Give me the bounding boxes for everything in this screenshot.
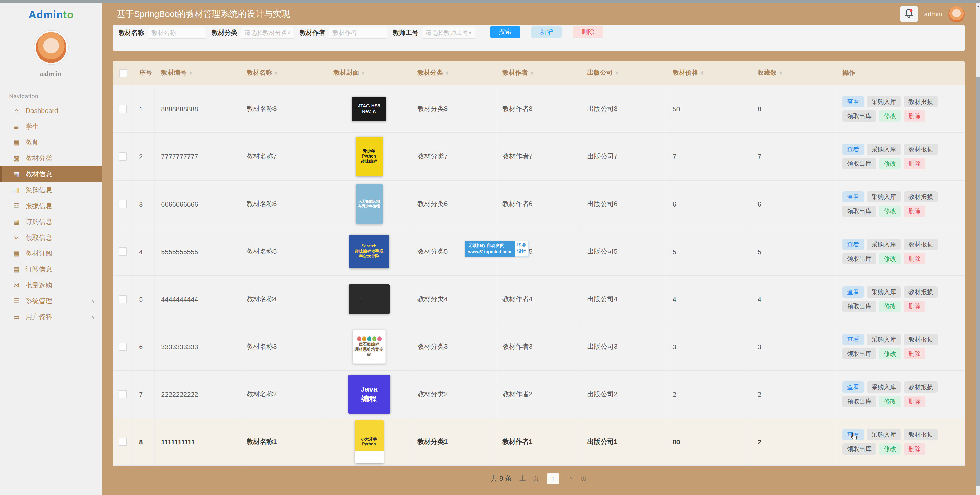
sidebar-item-textbook-subscription[interactable]: ▦ 教材订阅 [0, 245, 102, 261]
sidebar-item-purchase-info[interactable]: ▦ 采购信息 [0, 182, 102, 198]
delete-button[interactable]: 删除 [904, 110, 925, 122]
sidebar-item-bulk-purchase[interactable]: ⋈ 批量选购 [0, 277, 102, 293]
purchase-inbound-button[interactable]: 采购入库 [867, 144, 901, 155]
pickup-outbound-button[interactable]: 领取出库 [842, 205, 876, 217]
sidebar-item-dashboard[interactable]: ⌂ Dashboard [0, 103, 102, 119]
edit-button[interactable]: 修改 [879, 110, 901, 122]
sidebar-item-order-info[interactable]: ▦ 订购信息 [0, 214, 102, 229]
delete-selected-button[interactable]: 删除 [573, 26, 603, 38]
sidebar-item-subscription-info[interactable]: ▤ 订阅信息 [0, 261, 102, 277]
edit-button[interactable]: 修改 [879, 253, 901, 264]
search-button[interactable]: 搜索 [490, 26, 520, 38]
view-button[interactable]: 查看 [842, 286, 864, 298]
sort-icon[interactable]: ▲▼ [362, 70, 365, 75]
column-header[interactable]: 序号 [133, 61, 155, 85]
pagination-page-1[interactable]: 1 [547, 473, 559, 484]
edit-button[interactable]: 修改 [879, 158, 901, 169]
damage-report-button[interactable]: 教材报损 [904, 382, 937, 393]
sort-icon[interactable]: ▲▼ [779, 70, 782, 75]
damage-report-button[interactable]: 教材报损 [904, 96, 937, 107]
edit-button[interactable]: 修改 [879, 396, 901, 407]
row-checkbox[interactable] [119, 153, 127, 161]
view-button[interactable]: 查看 [842, 191, 864, 202]
view-button[interactable]: 查看 [842, 382, 864, 393]
column-header[interactable]: 操作 [836, 61, 965, 85]
notification-bell-button[interactable] [900, 6, 918, 22]
sort-icon[interactable]: ▲▼ [189, 70, 192, 75]
page-scrollbar[interactable]: ▲ [976, 3, 980, 495]
pickup-outbound-button[interactable]: 领取出库 [842, 348, 876, 360]
delete-button[interactable]: 删除 [904, 348, 925, 360]
search-select[interactable]: 请选择教材分类 ∨ [241, 27, 294, 39]
purchase-inbound-button[interactable]: 采购入库 [867, 334, 901, 345]
scrollbar-up-arrow[interactable]: ▲ [977, 5, 980, 8]
pagination-prev[interactable]: 上一页 [519, 474, 539, 483]
column-header[interactable]: 教材名称 ▲▼ [240, 61, 327, 85]
purchase-inbound-button[interactable]: 采购入库 [867, 191, 901, 202]
sidebar-item-students[interactable]: ≣ 学生 [0, 119, 102, 134]
pickup-outbound-button[interactable]: 领取出库 [842, 253, 876, 264]
delete-button[interactable]: 删除 [904, 158, 925, 169]
sort-icon[interactable]: ▲▼ [445, 70, 449, 75]
sidebar-item-teachers[interactable]: ▦ 教师 [0, 134, 102, 150]
sidebar-item-textbook-info[interactable]: ▦ 教材信息 [0, 166, 102, 182]
damage-report-button[interactable]: 教材报损 [904, 144, 937, 155]
watermark-url[interactable]: www.51topmind.com [468, 249, 511, 255]
delete-button[interactable]: 删除 [904, 443, 925, 455]
row-checkbox[interactable] [119, 200, 127, 208]
column-header[interactable]: 教材价格 ▲▼ [667, 61, 751, 85]
damage-report-button[interactable]: 教材报损 [904, 286, 937, 298]
pickup-outbound-button[interactable]: 领取出库 [842, 396, 876, 407]
sidebar-item-textbook-category[interactable]: ▩ 教材分类 [0, 150, 102, 166]
view-button[interactable]: 查看 [842, 96, 864, 107]
damage-report-button[interactable]: 教材报损 [904, 239, 937, 250]
view-button[interactable]: 查看 [842, 239, 864, 250]
purchase-inbound-button[interactable]: 采购入库 [867, 382, 901, 393]
column-header[interactable]: 教材分类 ▲▼ [411, 61, 496, 85]
sidebar-item-system-management[interactable]: ☰ 系统管理 ∨ [0, 293, 102, 309]
delete-button[interactable]: 删除 [904, 205, 925, 217]
search-input[interactable] [329, 27, 387, 39]
purchase-inbound-button[interactable]: 采购入库 [867, 239, 901, 250]
damage-report-button[interactable]: 教材报损 [904, 334, 937, 345]
brand-logo[interactable]: Adminto [0, 9, 102, 21]
column-header[interactable]: 出版公司 ▲▼ [581, 61, 667, 85]
edit-button[interactable]: 修改 [879, 348, 901, 360]
add-button[interactable]: 新增 [531, 26, 562, 38]
row-checkbox[interactable] [119, 438, 127, 446]
sidebar-item-user-profile[interactable]: ▭ 用户资料 ∨ [0, 309, 102, 325]
row-checkbox[interactable] [119, 342, 127, 351]
scrollbar-thumb[interactable] [977, 77, 980, 486]
purchase-inbound-button[interactable]: 采购入库 [867, 96, 901, 107]
row-checkbox[interactable] [119, 105, 127, 113]
search-select[interactable]: 请选择教师工号 ∨ [422, 27, 475, 39]
purchase-inbound-button[interactable]: 采购入库 [867, 429, 901, 440]
delete-button[interactable]: 删除 [904, 396, 925, 407]
column-header[interactable]: 教材作者 ▲▼ [496, 61, 581, 85]
row-checkbox[interactable] [119, 390, 127, 398]
pickup-outbound-button[interactable]: 领取出库 [842, 301, 876, 312]
edit-button[interactable]: 修改 [879, 443, 901, 455]
sort-icon[interactable]: ▲▼ [275, 70, 278, 75]
sidebar-item-pickup-info[interactable]: ➢ 领取信息 [0, 229, 102, 245]
column-header[interactable]: 收藏数 ▲▼ [751, 61, 836, 85]
edit-button[interactable]: 修改 [879, 205, 901, 217]
sort-icon[interactable]: ▲▼ [615, 70, 618, 75]
delete-button[interactable]: 删除 [904, 253, 925, 264]
column-header[interactable]: 教材封面 ▲▼ [327, 61, 411, 85]
row-checkbox[interactable] [119, 295, 127, 303]
damage-report-button[interactable]: 教材报损 [904, 191, 937, 202]
view-button[interactable]: 查看 [842, 144, 864, 155]
pickup-outbound-button[interactable]: 领取出库 [842, 158, 876, 169]
damage-report-button[interactable]: 教材报损 [904, 429, 937, 440]
select-all-checkbox[interactable] [119, 69, 127, 77]
pickup-outbound-button[interactable]: 领取出库 [842, 110, 876, 122]
pickup-outbound-button[interactable]: 领取出库 [842, 443, 876, 455]
sort-icon[interactable]: ▲▼ [701, 70, 704, 75]
search-input[interactable] [148, 27, 206, 39]
pagination-next[interactable]: 下一页 [567, 474, 587, 483]
sort-icon[interactable]: ▲▼ [530, 70, 533, 75]
row-checkbox[interactable] [119, 247, 127, 256]
view-button[interactable]: 查看 [842, 334, 864, 345]
delete-button[interactable]: 删除 [904, 301, 925, 312]
